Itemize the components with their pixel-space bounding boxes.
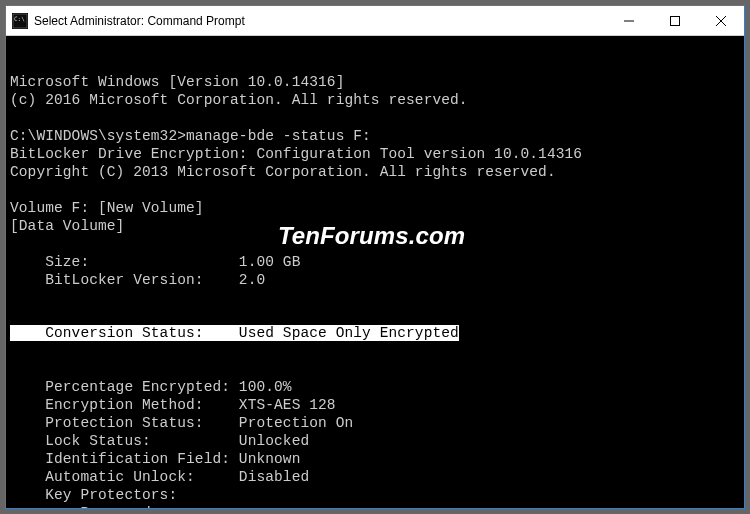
- terminal-line: C:\WINDOWS\system32>manage-bde -status F…: [10, 128, 740, 146]
- terminal-line: [Data Volume]: [10, 218, 740, 236]
- maximize-button[interactable]: [652, 6, 698, 35]
- minimize-button[interactable]: [606, 6, 652, 35]
- terminal-line: Size: 1.00 GB: [10, 254, 740, 272]
- terminal-line: Volume F: [New Volume]: [10, 200, 740, 218]
- terminal-line: Lock Status: Unlocked: [10, 433, 740, 451]
- terminal-line: Identification Field: Unknown: [10, 451, 740, 469]
- terminal-line: Encryption Method: XTS-AES 128: [10, 397, 740, 415]
- terminal-line: [10, 236, 740, 254]
- terminal-line: BitLocker Drive Encryption: Configuratio…: [10, 146, 740, 164]
- terminal-line: Password: [10, 505, 740, 508]
- highlighted-output-line: Conversion Status: Used Space Only Encry…: [10, 325, 459, 341]
- terminal-line: (c) 2016 Microsoft Corporation. All righ…: [10, 92, 740, 110]
- terminal-content[interactable]: Microsoft Windows [Version 10.0.14316](c…: [6, 36, 744, 508]
- terminal-line: [10, 182, 740, 200]
- terminal-line: Copyright (C) 2013 Microsoft Corporation…: [10, 164, 740, 182]
- close-button[interactable]: [698, 6, 744, 35]
- terminal-line: BitLocker Version: 2.0: [10, 272, 740, 290]
- command-prompt-window: C:\ Select Administrator: Command Prompt…: [5, 5, 745, 509]
- terminal-line: Key Protectors:: [10, 487, 740, 505]
- cmd-icon: C:\: [12, 13, 28, 29]
- titlebar[interactable]: C:\ Select Administrator: Command Prompt: [6, 6, 744, 36]
- terminal-line: Protection Status: Protection On: [10, 415, 740, 433]
- terminal-line: Automatic Unlock: Disabled: [10, 469, 740, 487]
- svg-text:C:\: C:\: [14, 15, 25, 22]
- window-title: Select Administrator: Command Prompt: [34, 14, 245, 28]
- svg-rect-4: [671, 16, 680, 25]
- terminal-line: [10, 110, 740, 128]
- terminal-line: Percentage Encrypted: 100.0%: [10, 379, 740, 397]
- window-controls: [606, 6, 744, 35]
- terminal-line: Microsoft Windows [Version 10.0.14316]: [10, 74, 740, 92]
